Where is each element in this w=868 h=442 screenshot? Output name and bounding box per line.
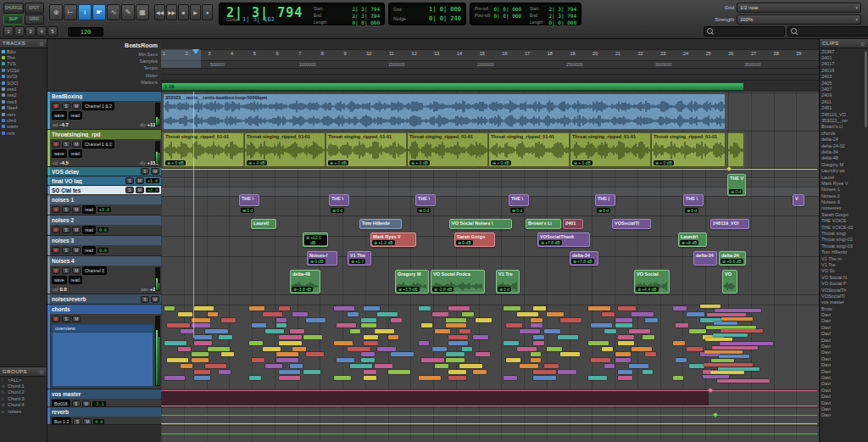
midi-note-bar[interactable] [710,371,744,374]
clip-laurel[interactable]: Laurel! [251,219,276,229]
memory-location-3[interactable]: 3 [25,26,36,36]
midi-note-bar[interactable] [448,376,466,380]
playhead-line[interactable] [193,92,194,338]
clip-list-item-38[interactable]: VOSocialTh [820,287,868,293]
track-name[interactable]: chords [52,306,159,312]
clip-list-item-35[interactable]: VO Sc [820,268,868,274]
midi-note-bar[interactable] [504,376,517,380]
memory-location-2[interactable]: 2 [14,26,25,36]
clip-mark-ryes-v[interactable]: Mark Ryes V⊕+1.2 dB [370,232,416,247]
clip-list-item-7[interactable]: 2409 [820,92,868,98]
midi-note-bar[interactable] [713,333,748,337]
midi-note-bar[interactable] [689,329,706,333]
io-selector[interactable]: Channel 1 & 2 [82,102,114,110]
automation-mode-selector[interactable]: read [82,226,96,234]
midi-note-bar[interactable] [364,306,380,311]
clip-v1-the[interactable]: V1 The⊕+1.7 [348,251,371,266]
track-name[interactable]: noises 3 [52,238,159,243]
clip-list-item-57[interactable]: Davi [820,406,868,411]
midi-note-bar[interactable] [560,318,581,322]
solo-button[interactable]: S [141,168,149,175]
edit-mode-spot[interactable]: SPOT [25,3,45,14]
strength-dropdown[interactable]: 100% ▾ [737,14,861,25]
midi-note-bar[interactable] [700,305,721,308]
midi-note-bar[interactable] [364,341,378,345]
audio-clip-throat-singing[interactable]: Throat singing_ripped_01-01⊕+ 0 dB [163,132,244,167]
midi-note-bar[interactable] [364,335,378,339]
solo-button[interactable]: S [62,247,70,254]
clip-list-item-24[interactable]: Noises-3 [820,199,868,204]
midi-note-bar[interactable] [375,329,394,333]
midi-note-bar[interactable] [348,347,370,351]
clip-vo-sc[interactable]: VO Sc⊕+12.1 dB [303,232,328,247]
clip-gain-badge[interactable]: ⊕-3.8 dB [292,287,313,292]
midi-note-bar[interactable] [717,379,770,383]
clip-list-item-17[interactable]: delta-48 [820,155,868,161]
clip-gain-badge[interactable]: ⊕+ 0 dB [247,160,267,165]
clip-the-v[interactable]: THE V⊕0 d [727,174,746,196]
midi-note-bar[interactable] [473,335,488,339]
midi-note-bar[interactable] [604,329,616,333]
midi-note-bar[interactable] [364,370,376,374]
group-item-chord-1[interactable]: aChord 1 [0,383,47,389]
midi-note-bar[interactable] [290,364,303,368]
midi-note-bar[interactable] [615,352,631,356]
clip-list-item-29[interactable]: Throat singi [820,230,868,236]
midi-note-bar[interactable] [588,306,610,311]
midi-note-bar[interactable] [334,376,351,380]
clip-list-item-27[interactable]: THE VOICE [820,218,868,224]
midi-note-bar[interactable] [306,318,326,322]
group-item-noises[interactable]: enoises [0,408,47,414]
clip-gain-badge[interactable]: ⊕+7.8 dB [539,240,562,245]
ruler-label-markers[interactable]: Markers [47,79,158,86]
midi-note-bar[interactable] [448,306,470,311]
midi-note-bar[interactable] [208,347,230,351]
mute-button[interactable]: M [72,316,81,322]
clip-gain-badge[interactable]: ⊕+ 0 dB [165,160,186,165]
midi-note-bar[interactable] [181,329,194,333]
midi-note-bar[interactable] [361,358,375,362]
midi-note-bar[interactable] [432,312,448,316]
midi-note-bar[interactable] [531,352,541,356]
ruler-label-meter[interactable]: Meter [47,72,158,79]
midi-note-bar[interactable] [618,335,634,339]
midi-note-bar[interactable] [448,370,466,374]
midi-note-bar[interactable] [279,341,302,345]
edit-mode-slip[interactable]: SLIP [3,14,24,25]
markers-ruler[interactable]: 1 10 [161,80,819,92]
memory-location-4[interactable]: 4 [36,26,47,36]
clip-gain-badge[interactable]: ⊕0 d [241,208,254,213]
play-button[interactable]: ▶ [190,4,201,20]
tracks-canvas[interactable]: 353023__rerits__rerits-beatbox-loop-5000… [161,92,819,442]
tracks-list-item-nsrv[interactable]: nsrv [0,111,47,117]
record-enable-button[interactable] [52,141,60,148]
midi-note-bar[interactable] [192,358,209,362]
midi-note-bar[interactable] [558,335,578,339]
midi-note-bar[interactable] [337,323,356,327]
midi-note-bar[interactable] [615,318,632,322]
midi-note-bar[interactable] [421,358,444,362]
clip-vo[interactable]: VO [722,270,737,294]
clip-list-item-31[interactable]: Throat singi-03 [820,243,868,249]
clip-list-item-37[interactable]: VO Social P [820,280,868,286]
midi-note-bar[interactable] [249,306,264,311]
midi-note-bar[interactable] [615,323,632,327]
clip-list-item-52[interactable]: Davi [820,374,868,380]
tracks-list-item-nss2[interactable]: nss2 [0,92,47,98]
clip-the[interactable]: THE \⊕0 d [239,194,259,206]
midi-note-bar[interactable] [591,323,612,327]
nudge-value[interactable]: 0| 0| 240 [429,15,461,22]
midi-note-bar[interactable] [704,363,753,366]
midi-note-bar[interactable] [419,306,431,311]
midi-note-bar[interactable] [615,358,631,362]
midi-note-bar[interactable] [459,364,482,368]
midi-note-bar[interactable] [292,312,308,316]
midi-note-bar[interactable] [517,347,537,351]
solo-button[interactable]: S [62,227,70,233]
edit-mode-grid[interactable]: GRID [25,14,45,25]
clip-tom-hillenbr[interactable]: Tom Hillenbr [359,219,402,229]
midi-note-bar[interactable] [558,370,576,374]
tracks-list-item-vosm[interactable]: vosm [0,124,47,130]
tracks-list-item-vosd[interactable]: VOSd [0,67,47,73]
midi-note-bar[interactable] [435,364,448,368]
